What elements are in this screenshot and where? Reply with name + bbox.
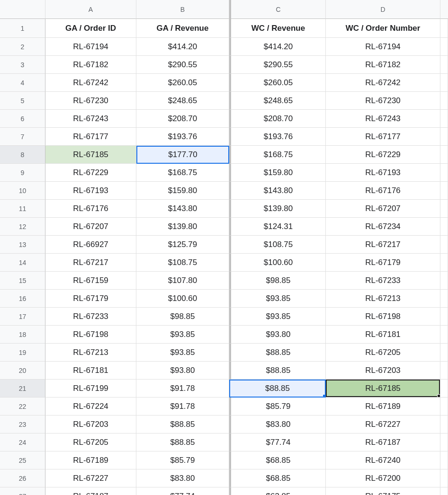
cell-C3[interactable]: $290.55 [229, 56, 326, 74]
cell-C16[interactable]: $93.85 [229, 290, 326, 308]
cell-B10[interactable]: $159.80 [136, 182, 229, 200]
cell-D7[interactable]: RL-67177 [326, 128, 440, 146]
cell-D8[interactable]: RL-67229 [326, 146, 440, 164]
cell-B7[interactable]: $193.76 [136, 128, 229, 146]
cell-A7[interactable]: RL-67177 [45, 128, 136, 146]
cell-stub-18[interactable] [440, 326, 448, 344]
cell-D23[interactable]: RL-67227 [326, 415, 440, 433]
row-header-12[interactable]: 12 [0, 218, 45, 236]
cell-A3[interactable]: RL-67182 [45, 56, 136, 74]
cell-stub-3[interactable] [440, 56, 448, 74]
cell-stub-20[interactable] [440, 362, 448, 380]
row-header-1[interactable]: 1 [0, 19, 45, 38]
cell-A15[interactable]: RL-67159 [45, 272, 136, 290]
row-header-16[interactable]: 16 [0, 290, 45, 308]
col-header-A[interactable]: A [45, 0, 136, 19]
cell-D9[interactable]: RL-67193 [326, 164, 440, 182]
cell-stub-2[interactable] [440, 38, 448, 56]
cell-A13[interactable]: RL-66927 [45, 236, 136, 254]
cell-stub-13[interactable] [440, 236, 448, 254]
spreadsheet[interactable]: A B C D 12345678910111213141516171819202… [0, 0, 448, 495]
cell-A11[interactable]: RL-67176 [45, 200, 136, 218]
row-header-17[interactable]: 17 [0, 308, 45, 326]
cell-D12[interactable]: RL-67234 [326, 218, 440, 236]
cell-C22[interactable]: $85.79 [229, 398, 326, 415]
cell-stub-14[interactable] [440, 254, 448, 272]
cell-stub-23[interactable] [440, 415, 448, 433]
cell-B6[interactable]: $208.70 [136, 110, 229, 128]
cell-B27[interactable]: $77.74 [136, 487, 229, 495]
row-header-19[interactable]: 19 [0, 344, 45, 362]
header-cell-B[interactable]: GA / Revenue [136, 19, 229, 38]
cell-D15[interactable]: RL-67233 [326, 272, 440, 290]
cell-stub-4[interactable] [440, 74, 448, 92]
cell-C21[interactable]: $88.85 [229, 380, 326, 398]
cell-D26[interactable]: RL-67200 [326, 469, 440, 487]
cell-D19[interactable]: RL-67205 [326, 344, 440, 362]
cell-A18[interactable]: RL-67198 [45, 326, 136, 344]
cell-stub-9[interactable] [440, 164, 448, 182]
row-header-6[interactable]: 6 [0, 110, 45, 128]
cell-A10[interactable]: RL-67193 [45, 182, 136, 200]
cell-stub-10[interactable] [440, 182, 448, 200]
cell-A21[interactable]: RL-67199 [45, 380, 136, 398]
row-header-25[interactable]: 25 [0, 451, 45, 469]
cell-C18[interactable]: $93.80 [229, 326, 326, 344]
cell-B16[interactable]: $100.60 [136, 290, 229, 308]
cell-C24[interactable]: $77.74 [229, 433, 326, 451]
cell-C27[interactable]: $63.85 [229, 487, 326, 495]
cell-C11[interactable]: $139.80 [229, 200, 326, 218]
cell-C6[interactable]: $208.70 [229, 110, 326, 128]
row-header-7[interactable]: 7 [0, 128, 45, 146]
cell-D6[interactable]: RL-67243 [326, 110, 440, 128]
cell-stub-19[interactable] [440, 344, 448, 362]
cell-C25[interactable]: $68.85 [229, 451, 326, 469]
cell-B15[interactable]: $107.80 [136, 272, 229, 290]
col-header-D[interactable]: D [326, 0, 440, 19]
cell-D16[interactable]: RL-67213 [326, 290, 440, 308]
fill-handle[interactable] [437, 394, 440, 398]
cell-A2[interactable]: RL-67194 [45, 38, 136, 56]
cell-B11[interactable]: $143.80 [136, 200, 229, 218]
cell-A4[interactable]: RL-67242 [45, 74, 136, 92]
cell-stub-22[interactable] [440, 398, 448, 415]
cell-D27[interactable]: RL-67175 [326, 487, 440, 495]
cell-stub-16[interactable] [440, 290, 448, 308]
cell-stub-26[interactable] [440, 469, 448, 487]
row-header-2[interactable]: 2 [0, 38, 45, 56]
cell-stub-5[interactable] [440, 92, 448, 110]
cell-stub-7[interactable] [440, 128, 448, 146]
row-header-21[interactable]: 21 [0, 380, 45, 398]
col-header-B[interactable]: B [136, 0, 229, 19]
cell-B24[interactable]: $88.85 [136, 433, 229, 451]
cell-B8[interactable]: $177.70 [136, 146, 229, 164]
cell-A14[interactable]: RL-67217 [45, 254, 136, 272]
cell-C17[interactable]: $93.85 [229, 308, 326, 326]
cell-C13[interactable]: $108.75 [229, 236, 326, 254]
cell-A23[interactable]: RL-67203 [45, 415, 136, 433]
cell-B4[interactable]: $260.05 [136, 74, 229, 92]
cell-A24[interactable]: RL-67205 [45, 433, 136, 451]
cell-A5[interactable]: RL-67230 [45, 92, 136, 110]
row-header-27[interactable]: 27 [0, 487, 45, 495]
cell-C23[interactable]: $83.80 [229, 415, 326, 433]
cell-D2[interactable]: RL-67194 [326, 38, 440, 56]
cell-A26[interactable]: RL-67227 [45, 469, 136, 487]
row-header-3[interactable]: 3 [0, 56, 45, 74]
cell-A27[interactable]: RL-67187 [45, 487, 136, 495]
cell-B22[interactable]: $91.78 [136, 398, 229, 415]
cell-D10[interactable]: RL-67176 [326, 182, 440, 200]
cell-C7[interactable]: $193.76 [229, 128, 326, 146]
cell-A9[interactable]: RL-67229 [45, 164, 136, 182]
cell-C9[interactable]: $159.80 [229, 164, 326, 182]
cell-B23[interactable]: $88.85 [136, 415, 229, 433]
cell-D24[interactable]: RL-67187 [326, 433, 440, 451]
cell-A12[interactable]: RL-67207 [45, 218, 136, 236]
row-header-5[interactable]: 5 [0, 92, 45, 110]
header-cell-C[interactable]: WC / Revenue [229, 19, 326, 38]
cell-A25[interactable]: RL-67189 [45, 451, 136, 469]
cell-stub-8[interactable] [440, 146, 448, 164]
cell-B26[interactable]: $83.80 [136, 469, 229, 487]
cell-C26[interactable]: $68.85 [229, 469, 326, 487]
cell-stub-1[interactable] [440, 19, 448, 38]
